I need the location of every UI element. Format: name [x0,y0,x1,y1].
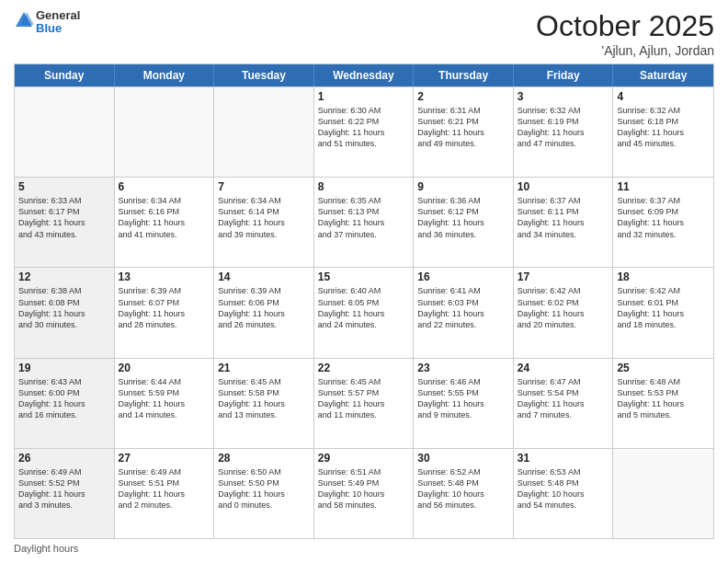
day-info: Sunrise: 6:39 AM Sunset: 6:07 PM Dayligh… [119,285,210,330]
day-cell-4: 4Sunrise: 6:32 AM Sunset: 6:18 PM Daylig… [613,87,713,177]
day-info: Sunrise: 6:36 AM Sunset: 6:12 PM Dayligh… [417,195,509,240]
page: General Blue October 2025 'Ajlun, Ajlun,… [0,0,728,563]
day-of-week-friday: Friday [514,64,614,86]
day-cell-7: 7Sunrise: 6:34 AM Sunset: 6:14 PM Daylig… [214,178,314,267]
day-info: Sunrise: 6:51 AM Sunset: 5:49 PM Dayligh… [318,466,410,511]
day-info: Sunrise: 6:50 AM Sunset: 5:50 PM Dayligh… [218,466,310,511]
day-of-week-tuesday: Tuesday [214,64,314,86]
day-number: 27 [119,452,210,465]
day-info: Sunrise: 6:52 AM Sunset: 5:48 PM Dayligh… [417,466,509,511]
day-cell-20: 20Sunrise: 6:44 AM Sunset: 5:59 PM Dayli… [115,359,215,448]
day-cell-3: 3Sunrise: 6:32 AM Sunset: 6:19 PM Daylig… [514,87,614,177]
day-number: 11 [617,180,710,193]
day-cell-19: 19Sunrise: 6:43 AM Sunset: 6:00 PM Dayli… [15,359,115,448]
day-cell-6: 6Sunrise: 6:34 AM Sunset: 6:16 PM Daylig… [115,178,215,267]
day-info: Sunrise: 6:32 AM Sunset: 6:18 PM Dayligh… [617,105,710,150]
day-number: 3 [518,90,609,103]
day-cell-28: 28Sunrise: 6:50 AM Sunset: 5:50 PM Dayli… [214,449,314,538]
day-of-week-thursday: Thursday [414,64,514,86]
day-cell-13: 13Sunrise: 6:39 AM Sunset: 6:07 PM Dayli… [115,268,215,357]
day-number: 23 [417,362,509,374]
day-info: Sunrise: 6:44 AM Sunset: 5:59 PM Dayligh… [119,376,210,421]
day-number: 4 [617,90,710,103]
day-info: Sunrise: 6:37 AM Sunset: 6:11 PM Dayligh… [518,195,609,240]
day-info: Sunrise: 6:42 AM Sunset: 6:02 PM Dayligh… [518,285,609,330]
day-cell-17: 17Sunrise: 6:42 AM Sunset: 6:02 PM Dayli… [514,268,614,357]
day-cell-9: 9Sunrise: 6:36 AM Sunset: 6:12 PM Daylig… [414,178,514,267]
day-info: Sunrise: 6:43 AM Sunset: 6:00 PM Dayligh… [18,376,110,421]
calendar-week-1: 1Sunrise: 6:30 AM Sunset: 6:22 PM Daylig… [15,86,713,177]
day-info: Sunrise: 6:33 AM Sunset: 6:17 PM Dayligh… [18,195,110,240]
day-info: Sunrise: 6:41 AM Sunset: 6:03 PM Dayligh… [417,285,509,330]
day-number: 22 [318,362,410,374]
empty-cell [15,87,115,177]
day-info: Sunrise: 6:37 AM Sunset: 6:09 PM Dayligh… [617,195,710,240]
day-info: Sunrise: 6:31 AM Sunset: 6:21 PM Dayligh… [417,105,509,150]
empty-cell [613,449,713,538]
logo-icon [14,10,34,30]
day-cell-14: 14Sunrise: 6:39 AM Sunset: 6:06 PM Dayli… [214,268,314,357]
calendar-week-2: 5Sunrise: 6:33 AM Sunset: 6:17 PM Daylig… [15,177,713,267]
day-cell-26: 26Sunrise: 6:49 AM Sunset: 5:52 PM Dayli… [15,449,115,538]
title-block: October 2025 'Ajlun, Ajlun, Jordan [536,9,714,58]
day-info: Sunrise: 6:46 AM Sunset: 5:55 PM Dayligh… [417,376,509,421]
day-info: Sunrise: 6:34 AM Sunset: 6:16 PM Dayligh… [119,195,210,240]
day-number: 24 [518,362,609,374]
day-number: 15 [318,270,410,283]
day-number: 19 [18,362,110,374]
day-cell-10: 10Sunrise: 6:37 AM Sunset: 6:11 PM Dayli… [514,178,614,267]
day-number: 26 [18,452,110,465]
day-number: 10 [518,180,609,193]
day-cell-5: 5Sunrise: 6:33 AM Sunset: 6:17 PM Daylig… [15,178,115,267]
day-cell-31: 31Sunrise: 6:53 AM Sunset: 5:48 PM Dayli… [514,449,614,538]
day-cell-22: 22Sunrise: 6:45 AM Sunset: 5:57 PM Dayli… [314,359,415,448]
day-info: Sunrise: 6:49 AM Sunset: 5:51 PM Dayligh… [119,466,210,511]
day-cell-1: 1Sunrise: 6:30 AM Sunset: 6:22 PM Daylig… [314,87,415,177]
day-info: Sunrise: 6:32 AM Sunset: 6:19 PM Dayligh… [518,105,609,150]
day-number: 21 [218,362,310,374]
day-number: 6 [119,180,210,193]
calendar-week-3: 12Sunrise: 6:38 AM Sunset: 6:08 PM Dayli… [15,267,713,357]
day-info: Sunrise: 6:38 AM Sunset: 6:08 PM Dayligh… [18,285,110,330]
day-number: 18 [617,270,710,283]
day-cell-30: 30Sunrise: 6:52 AM Sunset: 5:48 PM Dayli… [414,449,514,538]
day-of-week-monday: Monday [115,64,215,86]
day-cell-18: 18Sunrise: 6:42 AM Sunset: 6:01 PM Dayli… [613,268,713,357]
calendar-week-4: 19Sunrise: 6:43 AM Sunset: 6:00 PM Dayli… [15,358,713,448]
day-cell-27: 27Sunrise: 6:49 AM Sunset: 5:51 PM Dayli… [115,449,215,538]
day-cell-15: 15Sunrise: 6:40 AM Sunset: 6:05 PM Dayli… [314,268,415,357]
calendar-week-5: 26Sunrise: 6:49 AM Sunset: 5:52 PM Dayli… [15,448,713,538]
day-number: 31 [518,452,609,465]
header: General Blue October 2025 'Ajlun, Ajlun,… [14,9,714,58]
logo-general: General [36,9,80,22]
day-info: Sunrise: 6:45 AM Sunset: 5:57 PM Dayligh… [318,376,410,421]
calendar-header-row: SundayMondayTuesdayWednesdayThursdayFrid… [15,64,713,86]
day-number: 8 [318,180,410,193]
day-cell-21: 21Sunrise: 6:45 AM Sunset: 5:58 PM Dayli… [214,359,314,448]
day-number: 20 [119,362,210,374]
day-number: 29 [318,452,410,465]
day-number: 17 [518,270,609,283]
day-info: Sunrise: 6:48 AM Sunset: 5:53 PM Dayligh… [617,376,710,421]
day-number: 16 [417,270,509,283]
day-cell-25: 25Sunrise: 6:48 AM Sunset: 5:53 PM Dayli… [613,359,713,448]
day-number: 2 [417,90,509,103]
calendar-body: 1Sunrise: 6:30 AM Sunset: 6:22 PM Daylig… [15,86,713,538]
empty-cell [115,87,215,177]
day-number: 25 [617,362,710,374]
day-info: Sunrise: 6:47 AM Sunset: 5:54 PM Dayligh… [518,376,609,421]
day-info: Sunrise: 6:39 AM Sunset: 6:06 PM Dayligh… [218,285,310,330]
day-info: Sunrise: 6:30 AM Sunset: 6:22 PM Dayligh… [318,105,410,150]
day-cell-12: 12Sunrise: 6:38 AM Sunset: 6:08 PM Dayli… [15,268,115,357]
day-of-week-sunday: Sunday [15,64,115,86]
logo: General Blue [14,9,80,36]
day-cell-29: 29Sunrise: 6:51 AM Sunset: 5:49 PM Dayli… [314,449,415,538]
day-info: Sunrise: 6:53 AM Sunset: 5:48 PM Dayligh… [518,466,609,511]
day-cell-16: 16Sunrise: 6:41 AM Sunset: 6:03 PM Dayli… [414,268,514,357]
logo-blue: Blue [36,22,80,35]
day-of-week-wednesday: Wednesday [314,64,415,86]
month-title: October 2025 [536,9,714,43]
day-number: 12 [18,270,110,283]
day-number: 9 [417,180,509,193]
day-cell-24: 24Sunrise: 6:47 AM Sunset: 5:54 PM Dayli… [514,359,614,448]
